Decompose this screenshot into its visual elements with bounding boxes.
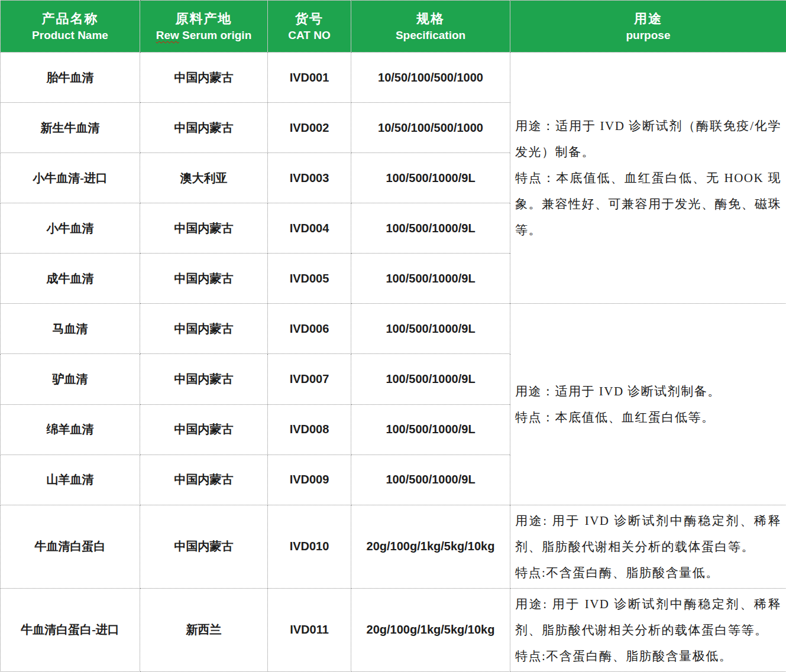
purpose-features-text: 特点：本底值低、血红蛋白低等。	[515, 404, 781, 430]
cell-cat-no: IVD010	[268, 505, 351, 588]
cell-purpose-group-3: 用途: 用于 IVD 诊断试剂中酶稳定剂、稀释剂、脂肪酸代谢相关分析的载体蛋白等…	[510, 505, 786, 588]
header-product-name: 产品名称 Product Name	[1, 1, 140, 53]
cell-origin: 中国内蒙古	[140, 404, 268, 455]
cell-cat-no: IVD001	[268, 53, 351, 103]
table-row: 牛血清白蛋白-进口 新西兰 IVD011 20g/100g/1kg/5kg/10…	[1, 588, 786, 671]
header-origin-en: Rew Serum origin	[140, 28, 267, 43]
cell-cat-no: IVD011	[268, 588, 351, 671]
cell-product-name: 牛血清白蛋白	[1, 505, 140, 588]
cell-cat-no: IVD002	[268, 103, 351, 153]
cell-spec: 10/50/100/500/1000	[351, 53, 510, 103]
cell-cat-no: IVD004	[268, 203, 351, 254]
cell-cat-no: IVD007	[268, 354, 351, 404]
header-specification: 规格 Specification	[351, 1, 510, 53]
cell-product-name: 山羊血清	[1, 455, 140, 505]
header-purpose-en: purpose	[510, 28, 786, 43]
cell-cat-no: IVD006	[268, 304, 351, 354]
cell-origin: 中国内蒙古	[140, 354, 268, 404]
cell-spec: 100/500/1000/9L	[351, 354, 510, 404]
cell-product-name: 新生牛血清	[1, 103, 140, 153]
header-origin-zh: 原料产地	[140, 10, 267, 28]
ivd-product-table: 产品名称 Product Name 原料产地 Rew Serum origin …	[0, 0, 786, 672]
cell-origin: 中国内蒙古	[140, 304, 268, 354]
header-purpose-zh: 用途	[510, 10, 786, 28]
cell-spec: 100/500/1000/9L	[351, 254, 510, 304]
cell-product-name: 驴血清	[1, 354, 140, 404]
cell-product-name: 马血清	[1, 304, 140, 354]
header-row: 产品名称 Product Name 原料产地 Rew Serum origin …	[1, 1, 786, 53]
table-row: 马血清 中国内蒙古 IVD006 100/500/1000/9L 用途：适用于 …	[1, 304, 786, 354]
cell-spec: 100/500/1000/9L	[351, 304, 510, 354]
cell-spec: 100/500/1000/9L	[351, 404, 510, 455]
purpose-usage-text: 用途：适用于 IVD 诊断试剂制备。	[515, 378, 781, 404]
cell-product-name: 小牛血清-进口	[1, 153, 140, 203]
cell-origin: 中国内蒙古	[140, 203, 268, 254]
header-spec-en: Specification	[351, 28, 510, 43]
purpose-features-text: 特点:不含蛋白酶、脂肪酸含量极低。	[515, 643, 781, 669]
cell-origin: 中国内蒙古	[140, 455, 268, 505]
cell-product-name: 绵羊血清	[1, 404, 140, 455]
cell-origin: 新西兰	[140, 588, 268, 671]
header-cat-no-en: CAT NO	[268, 28, 351, 43]
header-cat-no: 货号 CAT NO	[268, 1, 351, 53]
cell-purpose-group-4: 用途: 用于 IVD 诊断试剂中酶稳定剂、稀释剂、脂肪酸代谢相关分析的载体蛋白等…	[510, 588, 786, 671]
cell-product-name: 成牛血清	[1, 254, 140, 304]
header-raw-serum-origin: 原料产地 Rew Serum origin	[140, 1, 268, 53]
purpose-features-text: 特点:不含蛋白酶、脂肪酸含量低。	[515, 560, 781, 586]
cell-origin: 中国内蒙古	[140, 53, 268, 103]
cell-cat-no: IVD008	[268, 404, 351, 455]
origin-en-rest: Serum origin	[179, 29, 251, 41]
cell-purpose-group-1: 用途：适用于 IVD 诊断试剂（酶联免疫/化学发光）制备。 特点：本底值低、血红…	[510, 53, 786, 304]
cell-origin: 中国内蒙古	[140, 505, 268, 588]
cell-cat-no: IVD005	[268, 254, 351, 304]
cell-spec: 100/500/1000/9L	[351, 455, 510, 505]
header-purpose: 用途 purpose	[510, 1, 786, 53]
header-product-name-zh: 产品名称	[1, 10, 140, 28]
cell-spec: 100/500/1000/9L	[351, 203, 510, 254]
misspelled-word: Rew	[156, 29, 179, 41]
cell-product-name: 牛血清白蛋白-进口	[1, 588, 140, 671]
cell-spec: 20g/100g/1kg/5kg/10kg	[351, 505, 510, 588]
cell-product-name: 胎牛血清	[1, 53, 140, 103]
cell-cat-no: IVD009	[268, 455, 351, 505]
cell-spec: 100/500/1000/9L	[351, 153, 510, 203]
cell-product-name: 小牛血清	[1, 203, 140, 254]
purpose-usage-text: 用途: 用于 IVD 诊断试剂中酶稳定剂、稀释剂、脂肪酸代谢相关分析的载体蛋白等…	[515, 591, 781, 643]
table-row: 胎牛血清 中国内蒙古 IVD001 10/50/100/500/1000 用途：…	[1, 53, 786, 103]
cell-origin: 澳大利亚	[140, 153, 268, 203]
header-cat-no-zh: 货号	[268, 10, 351, 28]
purpose-features-text: 特点：本底值低、血红蛋白低、无 HOOK 现象。兼容性好、可兼容用于发光、酶免、…	[515, 165, 781, 243]
purpose-usage-text: 用途：适用于 IVD 诊断试剂（酶联免疫/化学发光）制备。	[515, 113, 781, 165]
cell-cat-no: IVD003	[268, 153, 351, 203]
cell-spec: 10/50/100/500/1000	[351, 103, 510, 153]
purpose-usage-text: 用途: 用于 IVD 诊断试剂中酶稳定剂、稀释剂、脂肪酸代谢相关分析的载体蛋白等…	[515, 508, 781, 560]
cell-purpose-group-2: 用途：适用于 IVD 诊断试剂制备。 特点：本底值低、血红蛋白低等。	[510, 304, 786, 505]
table-row: 牛血清白蛋白 中国内蒙古 IVD010 20g/100g/1kg/5kg/10k…	[1, 505, 786, 588]
cell-origin: 中国内蒙古	[140, 254, 268, 304]
header-spec-zh: 规格	[351, 10, 510, 28]
cell-spec: 20g/100g/1kg/5kg/10kg	[351, 588, 510, 671]
table-header: 产品名称 Product Name 原料产地 Rew Serum origin …	[1, 1, 786, 53]
header-product-name-en: Product Name	[1, 28, 140, 43]
cell-origin: 中国内蒙古	[140, 103, 268, 153]
